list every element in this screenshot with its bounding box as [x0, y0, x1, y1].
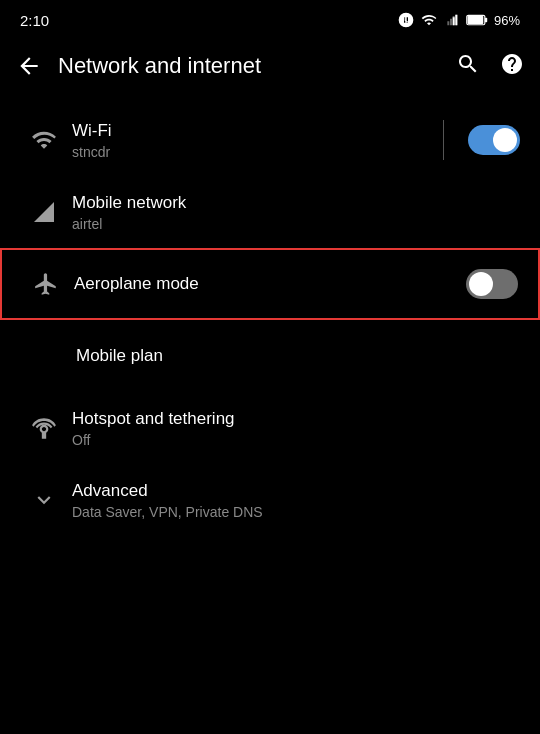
mobile-network-title: Mobile network — [72, 192, 520, 214]
aeroplane-toggle-thumb — [469, 272, 493, 296]
wifi-subtitle: stncdr — [72, 144, 443, 160]
wifi-action — [443, 120, 520, 160]
status-bar: 2:10 96% — [0, 0, 540, 36]
wifi-item[interactable]: Wi-Fi stncdr — [0, 104, 540, 176]
wifi-title: Wi-Fi — [72, 120, 443, 142]
mobile-network-item[interactable]: Mobile network airtel — [0, 176, 540, 248]
wifi-content: Wi-Fi stncdr — [68, 120, 443, 160]
wifi-toggle-thumb — [493, 128, 517, 152]
aeroplane-mode-title: Aeroplane mode — [74, 273, 466, 295]
chevron-down-icon — [20, 487, 68, 513]
aeroplane-mode-item[interactable]: Aeroplane mode — [0, 248, 540, 320]
status-icons: 96% — [398, 12, 520, 28]
aeroplane-icon — [22, 271, 70, 297]
advanced-subtitle: Data Saver, VPN, Private DNS — [72, 504, 520, 520]
wifi-toggle[interactable] — [468, 125, 520, 155]
aeroplane-mode-action — [466, 269, 518, 299]
hotspot-content: Hotspot and tethering Off — [68, 408, 520, 448]
page-title: Network and internet — [58, 53, 440, 79]
hotspot-title: Hotspot and tethering — [72, 408, 520, 430]
mobile-network-content: Mobile network airtel — [68, 192, 520, 232]
hotspot-icon — [20, 415, 68, 441]
svg-rect-2 — [468, 16, 484, 24]
mobile-plan-title: Mobile plan — [76, 345, 520, 367]
mobile-plan-content: Mobile plan — [72, 345, 520, 367]
mobile-network-subtitle: airtel — [72, 216, 520, 232]
hotspot-subtitle: Off — [72, 432, 520, 448]
alarm-icon — [398, 12, 414, 28]
search-button[interactable] — [456, 52, 480, 80]
wifi-divider — [443, 120, 444, 160]
advanced-content: Advanced Data Saver, VPN, Private DNS — [68, 480, 520, 520]
aeroplane-mode-content: Aeroplane mode — [70, 273, 466, 295]
wifi-status-icon — [420, 12, 438, 28]
page-header: Network and internet — [0, 36, 540, 96]
battery-icon — [466, 12, 488, 28]
status-time: 2:10 — [20, 12, 49, 29]
advanced-item[interactable]: Advanced Data Saver, VPN, Private DNS — [0, 464, 540, 536]
battery-percent: 96% — [494, 13, 520, 28]
mobile-plan-item[interactable]: Mobile plan — [0, 320, 540, 392]
back-button[interactable] — [16, 53, 42, 79]
help-button[interactable] — [500, 52, 524, 80]
mobile-network-icon — [20, 200, 68, 224]
signal-status-icon — [444, 12, 460, 28]
svg-rect-1 — [485, 18, 487, 23]
aeroplane-toggle[interactable] — [466, 269, 518, 299]
advanced-title: Advanced — [72, 480, 520, 502]
wifi-icon — [20, 127, 68, 153]
header-actions — [456, 52, 524, 80]
settings-list: Wi-Fi stncdr Mobile network airtel — [0, 96, 540, 536]
hotspot-item[interactable]: Hotspot and tethering Off — [0, 392, 540, 464]
